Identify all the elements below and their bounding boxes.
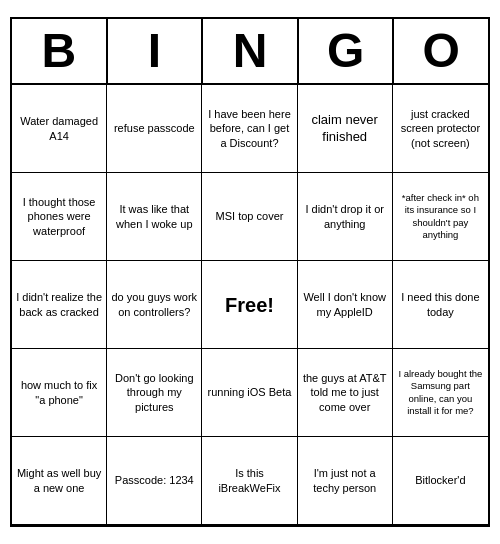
bingo-cell: do you guys work on controllers? (107, 261, 202, 349)
bingo-card: BINGO Water damaged A14refuse passcodeI … (10, 17, 490, 527)
bingo-header: BINGO (12, 19, 488, 85)
bingo-cell: I'm just not a techy person (298, 437, 393, 525)
bingo-cell: just cracked screen protector (not scree… (393, 85, 488, 173)
bingo-cell: Water damaged A14 (12, 85, 107, 173)
bingo-cell: how much to fix "a phone" (12, 349, 107, 437)
bingo-cell: refuse passcode (107, 85, 202, 173)
bingo-cell: MSI top cover (202, 173, 297, 261)
header-letter: O (394, 19, 488, 83)
bingo-cell: I have been here before, can I get a Dis… (202, 85, 297, 173)
bingo-cell: Don't go looking through my pictures (107, 349, 202, 437)
bingo-cell: *after check in* oh its insurance so I s… (393, 173, 488, 261)
header-letter: G (299, 19, 395, 83)
bingo-cell: I thought those phones were waterproof (12, 173, 107, 261)
bingo-cell: Bitlocker'd (393, 437, 488, 525)
bingo-cell: Might as well buy a new one (12, 437, 107, 525)
bingo-cell: claim never finished (298, 85, 393, 173)
bingo-cell: Passcode: 1234 (107, 437, 202, 525)
bingo-cell: running iOS Beta (202, 349, 297, 437)
bingo-cell: Well I don't know my AppleID (298, 261, 393, 349)
bingo-cell: I need this done today (393, 261, 488, 349)
bingo-cell: I already bought the Samsung part online… (393, 349, 488, 437)
bingo-grid: Water damaged A14refuse passcodeI have b… (12, 85, 488, 525)
bingo-cell: the guys at AT&T told me to just come ov… (298, 349, 393, 437)
header-letter: B (12, 19, 108, 83)
header-letter: N (203, 19, 299, 83)
bingo-cell: Is this iBreakWeFix (202, 437, 297, 525)
bingo-cell: I didn't drop it or anything (298, 173, 393, 261)
bingo-cell: Free! (202, 261, 297, 349)
bingo-cell: It was like that when I woke up (107, 173, 202, 261)
bingo-cell: I didn't realize the back as cracked (12, 261, 107, 349)
header-letter: I (108, 19, 204, 83)
